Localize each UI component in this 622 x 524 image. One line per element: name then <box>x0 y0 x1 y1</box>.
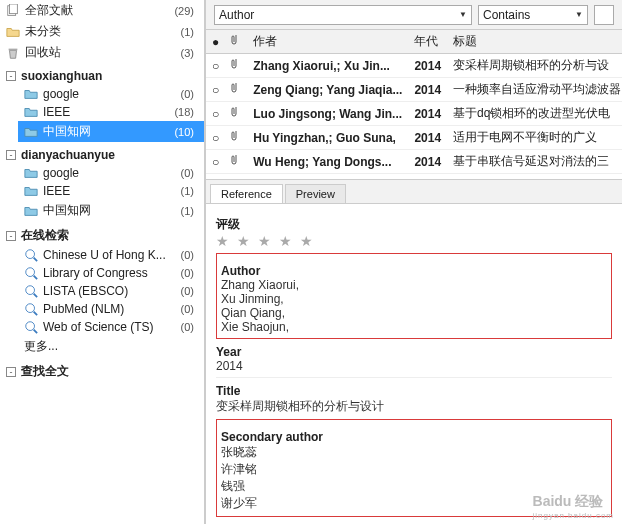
cell-author: Zeng Qiang; Yang Jiaqia... <box>247 78 408 102</box>
sidebar-item-count: (0) <box>181 267 200 279</box>
tab-reference[interactable]: Reference <box>210 184 283 203</box>
folder-icon <box>24 87 38 101</box>
rating-stars[interactable]: ★ ★ ★ ★ ★ <box>216 233 612 249</box>
sidebar-item-cnki[interactable]: 中国知网 (10) <box>18 121 204 142</box>
tab-preview[interactable]: Preview <box>285 184 346 203</box>
sidebar-item-count: (3) <box>181 47 200 59</box>
collapse-icon[interactable]: - <box>6 231 16 241</box>
sidebar-online-item[interactable]: Library of Congress(0) <box>18 264 204 282</box>
svg-line-8 <box>34 294 38 298</box>
cell-year: 2014 <box>408 126 447 150</box>
svg-point-11 <box>26 322 35 331</box>
search-operator-select[interactable]: Contains ▼ <box>478 5 588 25</box>
table-row[interactable]: ○Zhang Xiaorui,; Xu Jin...2014变采样周期锁相环的分… <box>206 54 622 78</box>
sidebar-online-item[interactable]: PubMed (NLM)(0) <box>18 300 204 318</box>
sidebar-item-count: (18) <box>174 106 200 118</box>
sidebar-online-item[interactable]: LISTA (EBSCO)(0) <box>18 282 204 300</box>
col-author[interactable]: 作者 <box>247 30 408 54</box>
row-read-dot[interactable]: ○ <box>206 54 225 78</box>
title-value: 变采样周期锁相环的分析与设计 <box>216 398 612 415</box>
sidebar-group-label: dianyachuanyue <box>21 148 115 162</box>
paperclip-icon[interactable] <box>225 54 247 78</box>
svg-rect-2 <box>9 48 18 50</box>
table-row[interactable]: ○Hu Yingzhan,; Guo Suna,2014适用于电网不平衡时的广义 <box>206 126 622 150</box>
sidebar-online-more[interactable]: 更多... <box>18 336 204 357</box>
col-dot[interactable]: ● <box>206 30 225 54</box>
search-input[interactable] <box>594 5 614 25</box>
sidebar-item-label: 全部文献 <box>25 2 73 19</box>
svg-point-7 <box>26 286 35 295</box>
folder-icon <box>24 105 38 119</box>
sidebar-find-fulltext[interactable]: - 查找全文 <box>0 361 204 382</box>
row-read-dot[interactable]: ○ <box>206 150 225 174</box>
svg-line-4 <box>34 258 38 262</box>
sidebar-item-google[interactable]: google (0) <box>18 85 204 103</box>
svg-line-10 <box>34 312 38 316</box>
author-label: Author <box>221 264 607 278</box>
sidebar-online-item[interactable]: Web of Science (TS)(0) <box>18 318 204 336</box>
sidebar-item-google2[interactable]: google (0) <box>18 164 204 182</box>
table-row[interactable]: ○Wu Heng; Yang Dongs...2014基于串联信号延迟对消法的三 <box>206 150 622 174</box>
sidebar-group-dianyachuanyue[interactable]: - dianyachuanyue <box>0 146 204 164</box>
folder-icon <box>24 184 38 198</box>
title-label: Title <box>216 384 612 398</box>
table-row[interactable]: ○Luo Jingsong; Wang Jin...2014基于dq锁相环的改进… <box>206 102 622 126</box>
cell-title: 变采样周期锁相环的分析与设 <box>447 54 622 78</box>
cell-title: 基于dq锁相环的改进型光伏电 <box>447 102 622 126</box>
sidebar-item-trash[interactable]: 回收站 (3) <box>0 42 204 63</box>
cell-year: 2014 <box>408 150 447 174</box>
sidebar-item-count: (0) <box>181 285 200 297</box>
folder-icon <box>24 204 38 218</box>
sidebar-item-count: (0) <box>181 249 200 261</box>
sidebar-item-unfiled[interactable]: 未分类 (1) <box>0 21 204 42</box>
sidebar-item-cnki2[interactable]: 中国知网 (1) <box>18 200 204 221</box>
paperclip-icon[interactable] <box>225 102 247 126</box>
sidebar-item-label: 回收站 <box>25 44 61 61</box>
globe-search-icon <box>24 266 38 280</box>
results-table-wrap[interactable]: ● 作者 年代 标题 ○Zhang Xiaorui,; Xu Jin...201… <box>206 30 622 180</box>
sidebar-item-count: (1) <box>181 205 200 217</box>
svg-line-6 <box>34 276 38 280</box>
sidebar-item-alldocs[interactable]: 全部文献 (29) <box>0 0 204 21</box>
row-read-dot[interactable]: ○ <box>206 126 225 150</box>
collapse-icon[interactable]: - <box>6 71 16 81</box>
cell-title: 一种频率自适应滑动平均滤波器 <box>447 78 622 102</box>
row-read-dot[interactable]: ○ <box>206 78 225 102</box>
sidebar-item-label: IEEE <box>43 184 70 198</box>
sidebar-group-suoxianghuan[interactable]: - suoxianghuan <box>0 67 204 85</box>
globe-search-icon <box>24 302 38 316</box>
svg-point-9 <box>26 304 35 313</box>
folder-icon <box>24 166 38 180</box>
search-field-select[interactable]: Author ▼ <box>214 5 472 25</box>
paperclip-icon[interactable] <box>225 150 247 174</box>
sidebar-item-count: (0) <box>181 167 200 179</box>
sidebar-item-ieee2[interactable]: IEEE (1) <box>18 182 204 200</box>
col-attach[interactable] <box>225 30 247 54</box>
sidebar-group-label: 查找全文 <box>21 363 69 380</box>
sidebar-item-label: Chinese U of Hong K... <box>43 248 166 262</box>
collapse-icon[interactable]: - <box>6 367 16 377</box>
sidebar-online-item[interactable]: Chinese U of Hong K...(0) <box>18 246 204 264</box>
paperclip-icon[interactable] <box>225 78 247 102</box>
detail-pane[interactable]: 评级 ★ ★ ★ ★ ★ Author Zhang Xiaorui, Xu Ji… <box>206 204 622 524</box>
row-read-dot[interactable]: ○ <box>206 102 225 126</box>
sidebar-item-ieee[interactable]: IEEE (18) <box>18 103 204 121</box>
year-value: 2014 <box>216 359 612 373</box>
sidebar-item-count: (1) <box>181 26 200 38</box>
author-value: Zhang Xiaorui, Xu Jinming, Qian Qiang, X… <box>221 278 607 334</box>
sidebar-online-search[interactable]: - 在线检索 <box>0 225 204 246</box>
paperclip-icon[interactable] <box>225 126 247 150</box>
col-year[interactable]: 年代 <box>408 30 447 54</box>
collapse-icon[interactable]: - <box>6 150 16 160</box>
sidebar-tree: 全部文献 (29) 未分类 (1) 回收站 <box>0 0 204 382</box>
sidebar-item-count: (0) <box>181 321 200 333</box>
sidebar-item-label: Web of Science (TS) <box>43 320 153 334</box>
search-field-value: Author <box>219 8 254 22</box>
secondary-author-value: 张晓蕊 许津铭 钱强 谢少军 <box>221 444 607 512</box>
search-op-value: Contains <box>483 8 530 22</box>
col-title[interactable]: 标题 <box>447 30 622 54</box>
globe-search-icon <box>24 320 38 334</box>
svg-point-3 <box>26 250 35 259</box>
sidebar-item-count: (29) <box>174 5 200 17</box>
table-row[interactable]: ○Zeng Qiang; Yang Jiaqia...2014一种频率自适应滑动… <box>206 78 622 102</box>
